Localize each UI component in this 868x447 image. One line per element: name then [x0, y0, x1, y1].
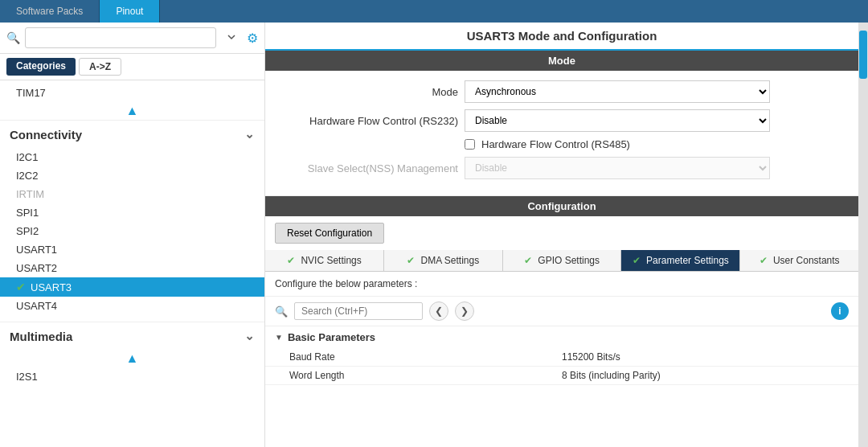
gear-icon[interactable]: ⚙ [247, 31, 258, 46]
sidebar-item-usart4[interactable]: USART4 [0, 297, 264, 315]
param-row-baud-rate: Baud Rate 115200 Bits/s [265, 348, 858, 367]
chevron-down-icon: ⌄ [244, 127, 255, 141]
check-icon-gpio: ✔ [524, 255, 532, 266]
sidebar-search-input[interactable] [25, 27, 216, 48]
sidebar-tabs: Categories A->Z [0, 54, 264, 80]
mode-section: Mode Asynchronous Synchronous Single Wir… [265, 71, 858, 196]
search-prev-btn[interactable]: ❮ [429, 301, 448, 321]
top-tabs: Software Packs Pinout [0, 0, 868, 23]
sidebar-item-i2c2[interactable]: I2C2 [0, 166, 264, 185]
config-section: Configuration Reset Configuration ✔ NVIC… [265, 196, 858, 447]
expand-icon: ▼ [275, 333, 283, 342]
scrollbar-thumb [859, 31, 867, 79]
param-row-word-length: Word Length 8 Bits (including Parity) [265, 367, 858, 385]
param-search-icon: 🔍 [275, 306, 288, 318]
sidebar-item-i2c1[interactable]: I2C1 [0, 148, 264, 166]
tab-software-packs[interactable]: Software Packs [0, 0, 100, 23]
hw485-label: Hardware Flow Control (RS485) [481, 138, 630, 150]
sidebar-item-spi1[interactable]: SPI1 [0, 203, 264, 222]
hwflow-label: Hardware Flow Control (RS232) [281, 115, 458, 127]
sidebar-section-connectivity[interactable]: Connectivity ⌄ [0, 120, 264, 148]
right-panel: USART3 Mode and Configuration Mode Mode … [265, 23, 858, 447]
tab-pinout[interactable]: Pinout [100, 0, 160, 23]
sidebar: 🔍 ⚙ Categories A->Z TIM17 ▲ Conn [0, 23, 265, 447]
check-icon-user: ✔ [760, 255, 768, 266]
chevron-down-icon-multimedia: ⌄ [244, 329, 255, 343]
param-search-input[interactable] [294, 302, 423, 320]
param-search-row: 🔍 ❮ ❯ i [265, 297, 858, 326]
hw485-checkbox[interactable] [465, 139, 475, 150]
param-group-basic[interactable]: ▼ Basic Parameters [265, 326, 858, 348]
mode-row-hwflow: Hardware Flow Control (RS232) Disable En… [281, 109, 842, 132]
dropdown-icon [227, 32, 236, 42]
mode-label: Mode [281, 86, 458, 98]
hwflow-select[interactable]: Disable Enable [465, 109, 770, 132]
sidebar-item-usart2[interactable]: USART2 [0, 259, 264, 277]
right-scrollbar[interactable] [858, 23, 868, 447]
reset-config-button[interactable]: Reset Configuration [275, 223, 384, 244]
sidebar-item-spi2[interactable]: SPI2 [0, 222, 264, 240]
search-icon: 🔍 [6, 31, 20, 44]
sidebar-item-i2s1[interactable]: I2S1 [0, 367, 264, 386]
tab-user-constants[interactable]: ✔ User Constants [740, 250, 858, 271]
config-body: Configure the below parameters : 🔍 ❮ ❯ i… [265, 272, 858, 447]
tab-az[interactable]: A->Z [79, 58, 121, 76]
panel-title: USART3 Mode and Configuration [265, 23, 858, 51]
main-container: 🔍 ⚙ Categories A->Z TIM17 ▲ Conn [0, 23, 868, 447]
tab-gpio-settings[interactable]: ✔ GPIO Settings [503, 250, 622, 271]
config-tabs: ✔ NVIC Settings ✔ DMA Settings ✔ GPIO Se… [265, 250, 858, 272]
scroll-up-btn[interactable]: ▲ [0, 102, 264, 120]
mode-row-mode: Mode Asynchronous Synchronous Single Wir… [281, 80, 842, 103]
tab-nvic-settings[interactable]: ✔ NVIC Settings [265, 250, 384, 271]
config-section-header: Configuration [265, 196, 858, 216]
check-icon-param: ✔ [633, 255, 641, 266]
tab-dma-settings[interactable]: ✔ DMA Settings [384, 250, 503, 271]
mode-section-header: Mode [265, 51, 858, 71]
tab-categories[interactable]: Categories [6, 58, 76, 76]
sidebar-content: TIM17 ▲ Connectivity ⌄ I2C1 I2C2 IRTIM S… [0, 80, 264, 447]
sidebar-item-irtim: IRTIM [0, 185, 264, 203]
sidebar-item-usart1[interactable]: USART1 [0, 240, 264, 259]
tab-parameter-settings[interactable]: ✔ Parameter Settings [621, 250, 740, 271]
mode-select[interactable]: Asynchronous Synchronous Single Wire [465, 80, 770, 103]
sidebar-section-multimedia[interactable]: Multimedia ⌄ [0, 322, 264, 350]
sidebar-item-tim17[interactable]: TIM17 [0, 84, 264, 102]
search-next-btn[interactable]: ❯ [455, 301, 474, 321]
reset-btn-row: Reset Configuration [265, 216, 858, 250]
sidebar-search-bar: 🔍 ⚙ [0, 23, 264, 54]
nss-label: Slave Select(NSS) Management [281, 162, 458, 174]
check-icon-dma: ✔ [407, 255, 415, 266]
config-desc: Configure the below parameters : [265, 272, 858, 297]
sidebar-item-usart3[interactable]: ✔ USART3 [0, 277, 264, 297]
check-icon-nvic: ✔ [287, 255, 295, 266]
mode-row-nss: Slave Select(NSS) Management Disable [281, 157, 842, 179]
scroll-down-btn[interactable]: ▲ [0, 350, 264, 367]
check-icon: ✔ [16, 281, 26, 293]
hw485-row: Hardware Flow Control (RS485) [465, 138, 842, 150]
nss-select[interactable]: Disable [465, 157, 770, 179]
info-button[interactable]: i [831, 302, 849, 320]
